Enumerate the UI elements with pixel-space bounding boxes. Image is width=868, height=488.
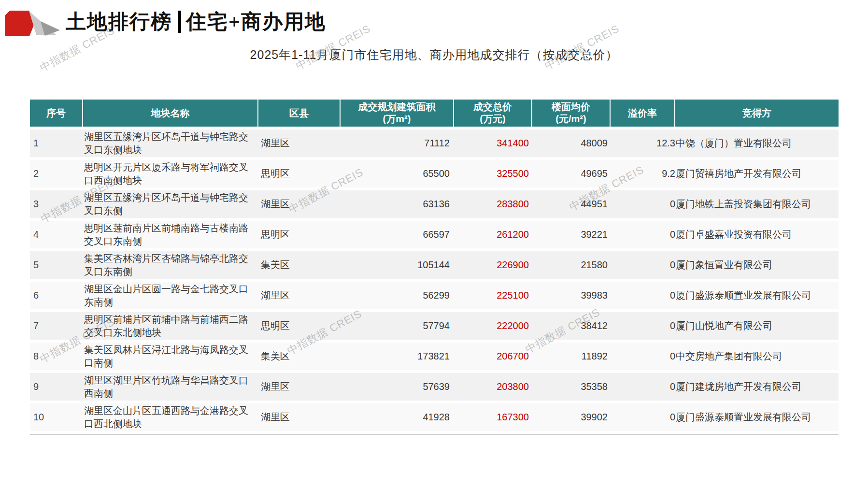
cell-district: 湖里区 [258, 373, 341, 401]
cell-premium: 0 [611, 343, 675, 370]
cell-name: 湖里区五缘湾片区环岛干道与钟宅路交叉口东侧地块 [83, 129, 258, 157]
table-row: 8集美区凤林片区浔江北路与海凤路交叉口南侧集美区1738212067001189… [30, 343, 839, 370]
cell-area: 41928 [341, 403, 454, 431]
cell-district: 湖里区 [258, 190, 341, 218]
cell-premium: 0 [611, 251, 675, 279]
cell-district: 湖里区 [258, 129, 341, 157]
cell-premium: 0 [611, 221, 675, 248]
cell-area: 105144 [341, 251, 454, 279]
cell-floor_price: 39221 [532, 221, 611, 248]
cell-area: 57639 [341, 373, 454, 401]
table-row: 3湖里区五缘湾片区环岛干道与钟宅路交叉口东侧湖里区631362838004495… [30, 190, 839, 218]
cell-area: 57794 [341, 312, 454, 340]
cell-price: 206700 [454, 343, 532, 370]
cell-floor_price: 39902 [532, 403, 611, 431]
table-caption: 2025年1-11月厦门市住宅用地、商办用地成交排行（按成交总价） [0, 47, 868, 63]
cell-price: 283800 [454, 190, 532, 218]
title-divider [178, 11, 181, 33]
cell-premium: 0 [611, 373, 675, 401]
cell-winner: 厦门贸禧房地产开发有限公司 [675, 160, 839, 187]
cell-winner: 厦门卓盛嘉业投资有限公司 [675, 221, 839, 248]
cell-floor_price: 35358 [532, 373, 611, 401]
cell-floor_price: 39983 [532, 282, 611, 309]
cell-district: 集美区 [258, 343, 341, 370]
creis-logo-icon [5, 10, 59, 37]
header-cell-premium: 溢价率 [611, 100, 675, 127]
cell-district: 思明区 [258, 221, 341, 248]
cell-winner: 厦门盛源泰顺置业发展有限公司 [675, 282, 839, 309]
cell-price: 203800 [454, 373, 532, 401]
table-row: 6湖里区金山片区圆一路与金七路交叉口东南侧湖里区5629922510039983… [30, 282, 839, 309]
table-row: 9湖里区湖里片区竹坑路与华昌路交叉口西南侧湖里区5763920380035358… [30, 373, 839, 401]
cell-floor_price: 48009 [532, 129, 611, 157]
cell-rank: 3 [30, 190, 83, 218]
cell-name: 思明区开元片区厦禾路与将军祠路交叉口西南侧地块 [83, 160, 258, 187]
cell-rank: 9 [30, 373, 83, 401]
cell-premium: 0 [611, 312, 675, 340]
header-cell-winner: 竞得方 [675, 100, 839, 127]
page-title-left: 土地排行榜 [66, 11, 172, 33]
cell-district: 湖里区 [258, 282, 341, 309]
cell-district: 思明区 [258, 160, 341, 187]
cell-district: 思明区 [258, 312, 341, 340]
cell-floor_price: 11892 [532, 343, 611, 370]
table-row: 10湖里区金山片区五通西路与金港路交叉口西北侧地块湖里区419281673003… [30, 403, 839, 431]
page-title: 土地排行榜 住宅+商办用地 [66, 11, 326, 33]
cell-name: 集美区杏林湾片区杏锦路与锦亭北路交叉口东南侧 [83, 251, 258, 279]
cell-premium: 0 [611, 403, 675, 431]
cell-price: 341400 [454, 129, 532, 157]
cell-winner: 中饶（厦门）置业有限公司 [675, 129, 839, 157]
cell-rank: 7 [30, 312, 83, 340]
header-cell-price: 成交总价 (万元) [454, 100, 532, 127]
cell-premium: 9.2 [611, 160, 675, 187]
header-cell-floor-price: 楼面均价 (元/m²) [532, 100, 611, 127]
cell-floor_price: 21580 [532, 251, 611, 279]
cell-name: 集美区凤林片区浔江北路与海凤路交叉口南侧 [83, 343, 258, 370]
cell-price: 226900 [454, 251, 532, 279]
cell-floor_price: 38412 [532, 312, 611, 340]
header-cell-area: 成交规划建筑面积 (万m²) [341, 100, 454, 127]
cell-area: 65500 [341, 160, 454, 187]
cell-winner: 厦门山悦地产有限公司 [675, 312, 839, 340]
cell-area: 66597 [341, 221, 454, 248]
cell-price: 225100 [454, 282, 532, 309]
cell-winner: 厦门象恒置业有限公司 [675, 251, 839, 279]
cell-rank: 10 [30, 403, 83, 431]
table-row: 4思明区莲前南片区前埔南路与古楼南路交叉口东南侧思明区6659726120039… [30, 221, 839, 248]
table-bottom-border [30, 434, 839, 435]
cell-rank: 8 [30, 343, 83, 370]
table-row: 5集美区杏林湾片区杏锦路与锦亭北路交叉口东南侧集美区10514422690021… [30, 251, 839, 279]
land-ranking-table: 序号 地块名称 区县 成交规划建筑面积 (万m²) 成交总价 (万元) 楼面均价… [30, 97, 839, 434]
cell-area: 173821 [341, 343, 454, 370]
cell-price: 325500 [454, 160, 532, 187]
cell-name: 思明区莲前南片区前埔南路与古楼南路交叉口东南侧 [83, 221, 258, 248]
header-cell-name: 地块名称 [83, 100, 258, 127]
cell-winner: 中交房地产集团有限公司 [675, 343, 839, 370]
cell-rank: 6 [30, 282, 83, 309]
page-title-right: 住宅+商办用地 [186, 11, 326, 33]
cell-premium: 12.3 [611, 129, 675, 157]
cell-rank: 5 [30, 251, 83, 279]
cell-name: 湖里区湖里片区竹坑路与华昌路交叉口西南侧 [83, 373, 258, 401]
cell-floor_price: 49695 [532, 160, 611, 187]
cell-area: 71112 [341, 129, 454, 157]
table-header-row: 序号 地块名称 区县 成交规划建筑面积 (万m²) 成交总价 (万元) 楼面均价… [30, 100, 839, 127]
cell-winner: 厦门地铁上盖投资集团有限公司 [675, 190, 839, 218]
table-row: 1湖里区五缘湾片区环岛干道与钟宅路交叉口东侧地块湖里区7111234140048… [30, 129, 839, 157]
cell-district: 湖里区 [258, 403, 341, 431]
cell-price: 222000 [454, 312, 532, 340]
table-body: 1湖里区五缘湾片区环岛干道与钟宅路交叉口东侧地块湖里区7111234140048… [30, 129, 839, 431]
cell-premium: 0 [611, 282, 675, 309]
cell-floor_price: 44951 [532, 190, 611, 218]
cell-name: 湖里区金山片区五通西路与金港路交叉口西北侧地块 [83, 403, 258, 431]
cell-rank: 4 [30, 221, 83, 248]
cell-district: 集美区 [258, 251, 341, 279]
header-cell-rank: 序号 [30, 100, 83, 127]
table-row: 2思明区开元片区厦禾路与将军祠路交叉口西南侧地块思明区6550032550049… [30, 160, 839, 187]
header-bar: 土地排行榜 住宅+商办用地 [5, 10, 326, 37]
cell-rank: 1 [30, 129, 83, 157]
cell-area: 63136 [341, 190, 454, 218]
cell-name: 湖里区五缘湾片区环岛干道与钟宅路交叉口东侧 [83, 190, 258, 218]
cell-area: 56299 [341, 282, 454, 309]
cell-premium: 0 [611, 190, 675, 218]
